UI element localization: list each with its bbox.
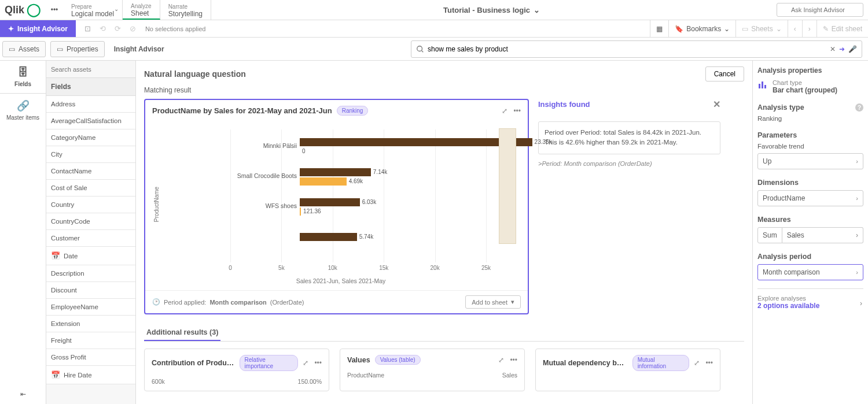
- matching-label: Matching result: [144, 86, 744, 94]
- rail-master-label: Master items: [6, 114, 39, 121]
- field-row[interactable]: Discount: [46, 282, 135, 299]
- field-row[interactable]: 📅Hire Date: [46, 366, 135, 384]
- microphone-icon[interactable]: 🎤: [848, 45, 857, 53]
- bar[interactable]: 121.36: [300, 207, 301, 216]
- more-icon[interactable]: •••: [513, 107, 521, 115]
- ask-insight-input[interactable]: [777, 3, 863, 17]
- chart-minimap[interactable]: [499, 128, 516, 244]
- expand-icon[interactable]: ⤢: [502, 107, 507, 115]
- assets-button[interactable]: ▭ Assets: [2, 41, 46, 57]
- rail-collapse[interactable]: ⇤: [0, 384, 46, 404]
- field-row[interactable]: CategoryName: [46, 129, 135, 146]
- clear-icon[interactable]: ✕: [830, 45, 836, 53]
- field-label: Customer: [51, 235, 80, 242]
- expand-icon[interactable]: ⤢: [694, 359, 700, 367]
- nav-tab-sheet[interactable]: AnalyzeSheet: [123, 0, 160, 20]
- explore-analyses[interactable]: Explore analyses 2 options available ›: [757, 288, 863, 310]
- field-row[interactable]: Address: [46, 96, 135, 113]
- additional-card: ValuesValues (table)⤢•••ProductNameSales: [340, 349, 525, 391]
- nav-tab-logical-model[interactable]: PrepareLogical model⌄: [63, 0, 123, 20]
- field-row[interactable]: AverageCallSatisfaction: [46, 113, 135, 129]
- sc-right: 150.00%: [298, 378, 322, 385]
- dimension-select[interactable]: ProductName ›: [757, 190, 863, 206]
- field-row[interactable]: 📅Date: [46, 247, 135, 265]
- sheets-button[interactable]: ▭ Sheets ⌄: [735, 20, 787, 38]
- bar[interactable]: 5.74k: [300, 233, 357, 241]
- fields-search-input[interactable]: [46, 61, 135, 77]
- collapse-icon: ⇤: [20, 390, 26, 398]
- nav-tab-big: Sheet: [131, 9, 152, 17]
- field-row[interactable]: Country: [46, 197, 135, 213]
- no-selections-text: No selections applied: [145, 20, 206, 37]
- field-row[interactable]: CountryCode: [46, 213, 135, 230]
- help-icon[interactable]: ?: [855, 103, 863, 112]
- step-back-button[interactable]: ⟲: [97, 23, 109, 35]
- chevron-down-icon: ▾: [511, 298, 514, 306]
- chevron-right-icon: ›: [860, 299, 862, 307]
- analysis-period-select[interactable]: Month comparison ›: [757, 264, 863, 280]
- more-icon[interactable]: •••: [314, 359, 322, 367]
- smart-search-button[interactable]: ⊡: [82, 23, 94, 35]
- x-tick: 10k: [328, 265, 337, 271]
- nlq-input[interactable]: [428, 45, 826, 53]
- cancel-button[interactable]: Cancel: [705, 66, 744, 81]
- expand-icon[interactable]: ⤢: [498, 356, 504, 364]
- field-row[interactable]: Freight: [46, 332, 135, 349]
- bar-value-label: 5.74k: [359, 233, 373, 240]
- bar[interactable]: 7.14k: [300, 168, 371, 176]
- fav-trend-select[interactable]: Up ›: [757, 153, 863, 169]
- x-tick: 5k: [278, 265, 285, 271]
- more-icon[interactable]: •••: [705, 359, 713, 367]
- more-icon[interactable]: •••: [510, 356, 517, 364]
- bar[interactable]: 4.69k: [300, 177, 347, 186]
- field-row[interactable]: City: [46, 146, 135, 163]
- field-row[interactable]: Description: [46, 265, 135, 282]
- sc-tools: ⤢•••: [303, 359, 322, 367]
- additional-results-label[interactable]: Additional results (3): [144, 325, 220, 341]
- insight-advisor-button[interactable]: ✦ Insight Advisor: [0, 20, 76, 37]
- parameters-section: Parameters: [757, 131, 863, 139]
- submit-icon[interactable]: ➜: [839, 45, 845, 53]
- bar-value-label: 121.36: [303, 208, 321, 214]
- properties-button[interactable]: ▭ Properties: [50, 41, 105, 57]
- assets-label: Assets: [19, 45, 39, 53]
- rail-fields[interactable]: 🗄 Fields: [0, 61, 46, 94]
- measure-select[interactable]: Sum Sales ›: [757, 227, 863, 243]
- period-value: Month comparison: [209, 299, 266, 306]
- field-row[interactable]: Cost of Sale: [46, 180, 135, 197]
- measure-agg: Sum: [757, 227, 782, 243]
- prev-sheet-button[interactable]: ‹: [788, 20, 802, 38]
- close-icon[interactable]: ✕: [713, 99, 720, 110]
- field-row[interactable]: EmployeeName: [46, 299, 135, 316]
- bar[interactable]: 23.35k: [300, 138, 532, 146]
- add-to-sheet-button[interactable]: Add to sheet ▾: [465, 295, 521, 309]
- nav-tab-small: Prepare: [71, 3, 114, 10]
- analysis-type-value: Ranking: [757, 115, 863, 122]
- field-label: EmployeeName: [51, 303, 98, 310]
- right-tools: ▦ 🔖 Bookmarks ⌄ ▭ Sheets ⌄ ‹ › ✎ Edit sh…: [650, 20, 868, 37]
- calendar-icon: 📅: [51, 251, 60, 260]
- more-menu-button[interactable]: •••: [46, 0, 63, 20]
- expand-icon[interactable]: ⤢: [303, 359, 308, 367]
- edit-sheet-button[interactable]: ✎ Edit sheet: [816, 20, 868, 38]
- explore-value: 2 options available: [757, 302, 863, 310]
- field-row[interactable]: Extension: [46, 316, 135, 332]
- nav-tab-storytelling[interactable]: NarrateStorytelling: [160, 0, 211, 20]
- field-row[interactable]: Gross Profit: [46, 349, 135, 366]
- step-forward-button[interactable]: ⟳: [112, 23, 124, 35]
- field-row[interactable]: ContactName: [46, 163, 135, 180]
- nlq-search: ✕ ➜ 🎤: [411, 40, 862, 58]
- field-row[interactable]: Customer: [46, 230, 135, 247]
- clear-selections-button[interactable]: ⊘: [127, 23, 139, 35]
- insight-note: >Period: Month comparison (OrderDate): [538, 160, 720, 167]
- insight-advisor-label: Insight Advisor: [17, 25, 68, 33]
- next-sheet-button[interactable]: ›: [802, 20, 816, 38]
- sc-title: Contribution of Product...: [152, 359, 235, 367]
- bar[interactable]: 6.03k: [300, 198, 360, 206]
- field-label: Date: [64, 253, 78, 260]
- page-title: Natural language question: [144, 69, 246, 79]
- bookmarks-button[interactable]: 🔖 Bookmarks ⌄: [668, 20, 735, 38]
- app-title[interactable]: Tutorial - Business logic ⌄: [211, 0, 772, 20]
- rail-master-items[interactable]: 🔗 Master items: [0, 94, 46, 127]
- options-button[interactable]: ▦: [650, 20, 668, 38]
